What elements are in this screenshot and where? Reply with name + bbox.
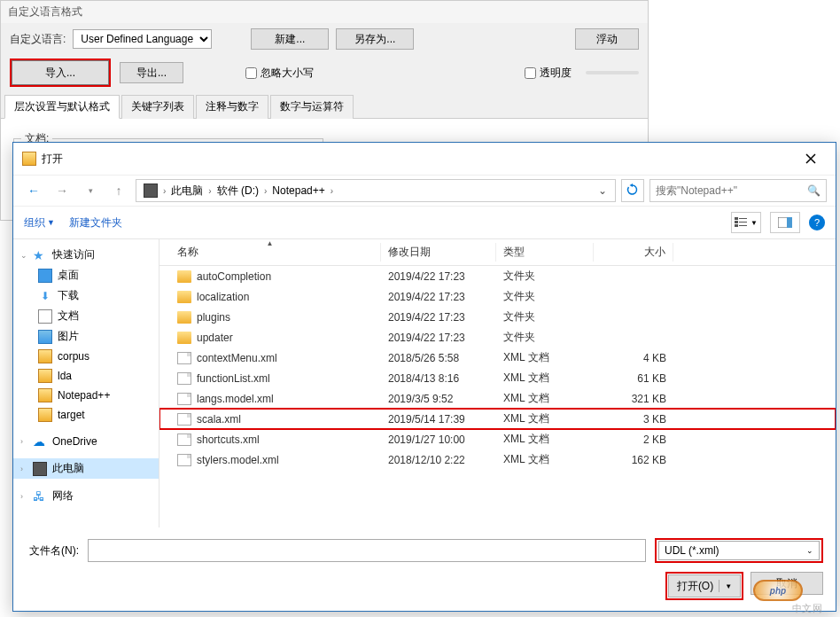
sidebar-item-pictures[interactable]: 图片	[13, 326, 159, 347]
transparency-wrap: 透明度	[525, 66, 572, 81]
folder-icon	[38, 408, 52, 422]
bc-seg-1[interactable]: 软件 (D:)	[214, 184, 262, 199]
file-row[interactable]: updater2019/4/22 17:23文件夹	[159, 327, 836, 348]
chevron-down-icon: ⌄	[806, 546, 813, 555]
expand-icon[interactable]: ›	[20, 465, 23, 473]
open-button[interactable]: 打开(O)▼	[668, 574, 741, 597]
filename-label: 文件名(N):	[26, 543, 79, 558]
file-date: 2019/4/22 17:23	[381, 310, 496, 324]
dialog-icon	[22, 152, 36, 166]
bc-root-icon[interactable]	[140, 184, 161, 198]
sidebar-item-desktop[interactable]: 桌面	[13, 265, 159, 285]
button-row: 打开(O)▼ 取消	[26, 572, 823, 600]
file-type: XML 文档	[496, 431, 594, 448]
bc-seg-2[interactable]: Notepad++	[268, 184, 328, 197]
folder-icon	[38, 369, 52, 383]
file-name: scala.xml	[197, 413, 241, 426]
file-filter-select[interactable]: UDL (*.xml) ⌄	[658, 541, 820, 560]
breadcrumb[interactable]: › 此电脑 › 软件 (D:) › Notepad++ › ⌄	[136, 179, 616, 202]
file-row[interactable]: shortcuts.xml2019/1/27 10:00XML 文档2 KB	[159, 429, 836, 449]
help-button[interactable]: ?	[809, 215, 825, 230]
file-size: 2 KB	[594, 433, 673, 447]
lang-select[interactable]: User Defined Language	[73, 29, 212, 49]
tab-keywords[interactable]: 关键字列表	[121, 95, 194, 119]
transparency-checkbox[interactable]	[525, 67, 536, 79]
nav-up-button[interactable]: ↑	[107, 179, 130, 202]
file-row[interactable]: autoCompletion2019/4/22 17:23文件夹	[159, 266, 836, 286]
expand-icon[interactable]: ⌄	[20, 251, 27, 260]
close-button[interactable]	[795, 148, 827, 169]
file-row[interactable]: langs.model.xml2019/3/5 9:52XML 文档321 KB	[159, 388, 836, 409]
refresh-button[interactable]	[621, 179, 644, 202]
file-size: 61 KB	[594, 371, 673, 386]
expand-icon[interactable]: ›	[20, 437, 23, 446]
file-icon	[177, 393, 191, 405]
col-header-size[interactable]: 大小	[594, 243, 673, 262]
tab-operators[interactable]: 数字与运算符	[270, 95, 354, 119]
sidebar-item-quickaccess[interactable]: ⌄ ★ 快速访问	[13, 245, 159, 265]
file-row[interactable]: plugins2019/4/22 17:23文件夹	[159, 307, 836, 327]
filename-input[interactable]	[88, 539, 646, 562]
file-open-dialog: 打开 ← → ▾ ↑ › 此电脑 › 软件 (D:) › Notepad++ ›…	[12, 142, 836, 612]
ignorecase-checkbox[interactable]	[245, 67, 257, 79]
col-header-type[interactable]: 类型	[496, 243, 594, 262]
col-header-date[interactable]: 修改日期	[381, 243, 496, 262]
col-header-name[interactable]: ▲名称	[159, 243, 381, 262]
filename-row: 文件名(N): UDL (*.xml) ⌄	[26, 538, 823, 563]
sidebar-item-documents[interactable]: 文档	[13, 306, 159, 326]
file-name: functionList.xml	[197, 372, 270, 385]
bc-seg-0[interactable]: 此电脑	[167, 184, 206, 199]
file-date: 2019/4/22 17:23	[381, 269, 496, 284]
network-icon: 🖧	[33, 489, 47, 504]
nav-back-button[interactable]: ←	[22, 179, 45, 202]
transparency-slider[interactable]	[586, 71, 639, 74]
file-date: 2018/5/26 5:58	[381, 351, 496, 365]
sidebar-item-lda[interactable]: lda	[13, 366, 159, 386]
sidebar-item-target[interactable]: target	[13, 405, 159, 425]
svg-rect-7	[787, 217, 792, 228]
chevron-down-icon: ▼	[751, 219, 758, 227]
float-button[interactable]: 浮动	[575, 28, 639, 50]
sidebar-item-notepadpp[interactable]: Notepad++	[13, 386, 159, 405]
nav-forward-button[interactable]: →	[51, 179, 74, 202]
file-type: XML 文档	[496, 410, 594, 427]
sidebar: ⌄ ★ 快速访问 桌面 ⬇下载 文档 图片 corpus lda Notepad…	[13, 239, 159, 527]
sidebar-item-onedrive[interactable]: ›☁OneDrive	[13, 432, 159, 451]
search-box[interactable]: 🔍	[649, 179, 827, 202]
sidebar-item-network[interactable]: ›🖧网络	[13, 486, 159, 506]
file-row[interactable]: contextMenu.xml2018/5/26 5:58XML 文档4 KB	[159, 348, 836, 368]
ignorecase-wrap: 忽略大小写	[245, 66, 314, 81]
file-row[interactable]: scala.xml2019/5/14 17:39XML 文档3 KB	[159, 409, 836, 429]
tab-comments[interactable]: 注释与数字	[196, 95, 268, 119]
expand-icon[interactable]: ›	[20, 492, 23, 501]
search-icon: 🔍	[807, 184, 821, 197]
file-name: autoCompletion	[197, 270, 271, 283]
import-highlight: 导入...	[10, 59, 111, 87]
newfolder-button[interactable]: 新建文件夹	[69, 215, 122, 230]
breadcrumb-dropdown[interactable]: ⌄	[594, 184, 611, 197]
folder-icon	[38, 388, 52, 402]
file-row[interactable]: functionList.xml2018/4/13 8:16XML 文档61 K…	[159, 368, 836, 388]
sidebar-item-downloads[interactable]: ⬇下载	[13, 285, 159, 306]
chevron-icon: ›	[208, 186, 211, 196]
file-size	[594, 296, 673, 298]
file-row[interactable]: stylers.model.xml2018/12/10 2:22XML 文档16…	[159, 449, 836, 470]
export-button[interactable]: 导出...	[120, 62, 183, 83]
file-type: 文件夹	[496, 288, 594, 305]
new-button[interactable]: 新建...	[251, 28, 329, 50]
download-icon: ⬇	[38, 289, 52, 303]
tab-hierarchy[interactable]: 层次设置与默认格式	[4, 95, 120, 119]
sidebar-item-corpus[interactable]: corpus	[13, 347, 159, 366]
search-input[interactable]	[656, 184, 807, 197]
import-button[interactable]: 导入...	[12, 60, 109, 85]
file-type: XML 文档	[496, 349, 594, 366]
preview-pane-button[interactable]	[770, 212, 800, 233]
saveas-button[interactable]: 另存为...	[336, 28, 414, 50]
file-row[interactable]: localization2019/4/22 17:23文件夹	[159, 286, 836, 307]
view-options-button[interactable]: ▼	[731, 212, 761, 233]
organize-menu[interactable]: 组织▼	[24, 215, 55, 230]
sidebar-item-thispc[interactable]: ›此电脑	[13, 458, 159, 479]
document-icon	[38, 309, 52, 324]
nav-history-button[interactable]: ▾	[79, 179, 102, 202]
file-date: 2019/4/22 17:23	[381, 290, 496, 304]
